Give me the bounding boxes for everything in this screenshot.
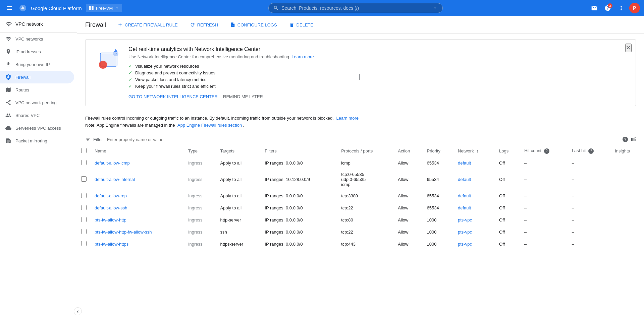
configure-logs-button[interactable]: CONFIGURE LOGS: [227, 20, 280, 29]
cell-network-0[interactable]: default: [454, 157, 495, 169]
cell-name-4[interactable]: pts-fw-allow-http: [91, 214, 184, 226]
cell-targets-3: Apply to all: [216, 202, 261, 214]
cell-name-3[interactable]: default-allow-ssh: [91, 202, 184, 214]
create-firewall-rule-button[interactable]: CREATE FIREWALL RULE: [114, 20, 181, 29]
cell-name-1[interactable]: default-allow-internal: [91, 169, 184, 190]
svg-rect-4: [92, 8, 93, 10]
row-checkbox-6[interactable]: [81, 241, 87, 246]
svg-rect-3: [89, 8, 91, 10]
cell-network-1[interactable]: default: [454, 169, 495, 190]
sidebar-item-bring-your-own-ip[interactable]: Bring your own IP: [0, 58, 74, 71]
col-name: Name: [91, 145, 184, 157]
last-hit-help-icon[interactable]: ?: [588, 148, 594, 154]
row-checkbox-3[interactable]: [81, 205, 87, 210]
cell-protocols-5: tcp:22: [337, 226, 394, 238]
row-checkbox-2[interactable]: [81, 193, 87, 198]
table-row: default-allow-rdp Ingress Apply to all I…: [77, 190, 644, 202]
cell-hit-count-3: –: [520, 202, 568, 214]
cell-network-4[interactable]: pts-vpc: [454, 214, 495, 226]
cell-type-3: Ingress: [184, 202, 216, 214]
promo-close-button[interactable]: ✕: [625, 44, 632, 52]
cell-priority-5: 1000: [423, 226, 454, 238]
refresh-button[interactable]: REFRESH: [186, 20, 221, 29]
columns-icon[interactable]: [631, 137, 636, 142]
promo-learn-more-link[interactable]: Learn more: [291, 54, 314, 59]
sidebar-item-label: VPC network peering: [15, 100, 57, 105]
page-title: Firewall: [85, 21, 106, 28]
cell-action-0: Allow: [394, 157, 423, 169]
sidebar-collapse-toggle[interactable]: ‹: [74, 307, 82, 315]
cell-targets-6: https-server: [216, 238, 261, 250]
sidebar-item-label: Bring your own IP: [15, 62, 50, 67]
cell-filters-0: IP ranges: 0.0.0.0/0: [261, 157, 337, 169]
row-checkbox-0[interactable]: [81, 160, 87, 165]
remind-me-later-button[interactable]: REMIND ME LATER: [223, 94, 263, 99]
check-icon-1: ✓: [128, 63, 132, 69]
shared-vpc-icon: [5, 112, 11, 118]
sidebar-item-vpc-network-peering[interactable]: VPC network peering: [0, 96, 74, 109]
table-row: pts-fw-allow-https Ingress https-server …: [77, 238, 644, 250]
search-chevron-icon: [432, 5, 438, 11]
search-icon: [273, 5, 279, 11]
row-checkbox-4[interactable]: [81, 217, 87, 222]
col-network[interactable]: Network ↑: [454, 145, 495, 157]
cell-priority-4: 1000: [423, 214, 454, 226]
cell-network-2[interactable]: default: [454, 190, 495, 202]
sidebar-header-title: VPC network: [15, 21, 43, 27]
info-section: Firewall rules control incoming or outgo…: [77, 112, 644, 134]
svg-rect-2: [92, 6, 93, 8]
col-targets: Targets: [216, 145, 261, 157]
firewall-table: Name Type Targets Filters Protocols / po…: [77, 145, 644, 250]
filter-input[interactable]: [107, 137, 619, 142]
filter-help-icon[interactable]: ?: [623, 137, 628, 142]
configure-logs-icon: [230, 22, 235, 27]
sidebar-item-packet-mirroring[interactable]: Packet mirroring: [0, 134, 74, 147]
row-checkbox-5[interactable]: [81, 229, 87, 234]
cell-protocols-3: tcp:22: [337, 202, 394, 214]
cell-network-5[interactable]: pts-vpc: [454, 226, 495, 238]
info-line-2: Note: App Engine firewalls are managed i…: [85, 123, 636, 128]
delete-button[interactable]: DELETE: [286, 20, 317, 29]
cell-name-0[interactable]: default-allow-icmp: [91, 157, 184, 169]
app-engine-firewall-link[interactable]: App Engine Firewall rules section: [177, 123, 242, 128]
sidebar-item-serverless-vpc-access[interactable]: Serverless VPC access: [0, 122, 74, 134]
cell-hit-count-2: –: [520, 190, 568, 202]
cell-type-0: Ingress: [184, 157, 216, 169]
cell-network-3[interactable]: default: [454, 202, 495, 214]
cell-action-1: Allow: [394, 169, 423, 190]
search-box[interactable]: [268, 3, 443, 13]
search-area: [122, 3, 589, 13]
cell-insights-0: [611, 157, 644, 169]
info-learn-more-link[interactable]: Learn more: [336, 116, 359, 121]
col-type: Type: [184, 145, 216, 157]
notifications-icon[interactable]: [589, 3, 600, 13]
search-input[interactable]: [281, 5, 430, 11]
promo-feature-3: ✓View packet loss and latency metrics: [128, 77, 628, 82]
go-to-network-intelligence-button[interactable]: GO TO NETWORK INTELLIGENCE CENTER: [128, 94, 218, 99]
row-checkbox-1[interactable]: [81, 176, 87, 182]
col-protocols-ports: Protocols / ports: [337, 145, 394, 157]
help-icon[interactable]: 2: [602, 3, 613, 13]
cell-type-1: Ingress: [184, 169, 216, 190]
promo-content: Get real-time analytics with Network Int…: [128, 46, 628, 99]
sidebar-item-vpc-networks[interactable]: VPC networks: [0, 33, 74, 45]
cell-network-6[interactable]: pts-vpc: [454, 238, 495, 250]
cell-action-3: Allow: [394, 202, 423, 214]
hamburger-menu-icon[interactable]: [4, 3, 15, 13]
sidebar-header: VPC network: [0, 16, 77, 33]
app-title: Google Cloud Platform: [31, 5, 82, 11]
hit-count-help-icon[interactable]: ?: [544, 148, 549, 154]
cell-last-hit-1: –: [568, 169, 611, 190]
project-selector[interactable]: Free-VM: [86, 4, 122, 12]
sidebar-item-firewall[interactable]: Firewall: [0, 71, 74, 83]
cell-hit-count-1: –: [520, 169, 568, 190]
cell-name-6[interactable]: pts-fw-allow-https: [91, 238, 184, 250]
sidebar-item-shared-vpc[interactable]: Shared VPC: [0, 109, 74, 122]
avatar[interactable]: P: [629, 3, 640, 13]
cell-name-2[interactable]: default-allow-rdp: [91, 190, 184, 202]
select-all-checkbox[interactable]: [81, 148, 87, 153]
sidebar-item-ip-addresses[interactable]: IP addresses: [0, 45, 74, 58]
sidebar-item-routes[interactable]: Routes: [0, 83, 74, 96]
cell-name-5[interactable]: pts-fw-allow-http-fw-allow-ssh: [91, 226, 184, 238]
more-icon[interactable]: [616, 3, 627, 13]
